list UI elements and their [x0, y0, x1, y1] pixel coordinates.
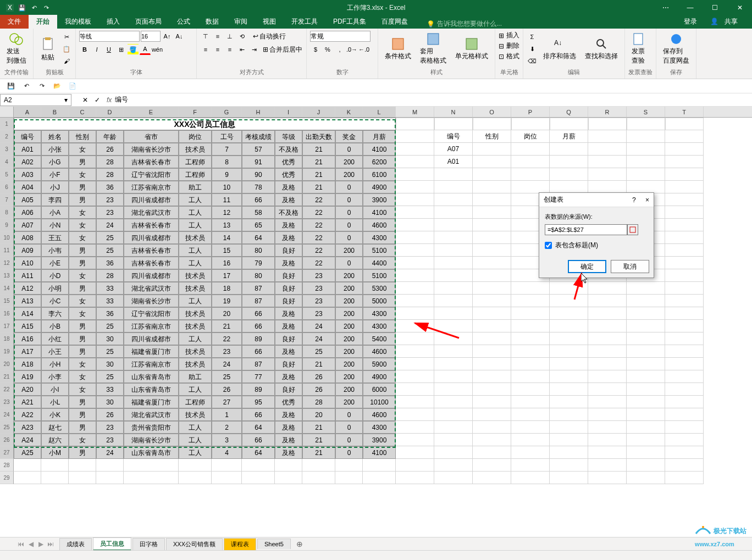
fill-color-icon[interactable]: 🪣 [128, 44, 139, 55]
font-color-icon[interactable]: A [140, 44, 151, 55]
tab-review[interactable]: 审阅 [226, 15, 255, 29]
share-button[interactable]: 👤 共享 [706, 15, 747, 29]
maximize-icon[interactable]: ☐ [703, 0, 727, 15]
sheet-tab-6[interactable]: Sheet5 [257, 539, 291, 549]
save-icon[interactable]: 💾 [18, 3, 26, 12]
cancel-button[interactable]: 取消 [611, 260, 649, 273]
sheet-tab-1[interactable]: 成绩表 [59, 538, 92, 550]
fill-icon[interactable]: ⬇ [527, 43, 538, 54]
ribbon-options-icon[interactable]: ⋯ [653, 0, 678, 15]
sheet-nav-prev-icon[interactable]: ◀ [26, 540, 35, 548]
grow-font-icon[interactable]: A↑ [162, 31, 173, 42]
range-selector-icon[interactable] [627, 224, 638, 235]
close-icon[interactable]: ✕ [727, 0, 752, 15]
format-table-button[interactable]: 套用 表格格式 [417, 31, 450, 66]
copy-icon[interactable]: 📋 [61, 43, 72, 54]
cell-styles-button[interactable]: 单元格样式 [452, 36, 491, 62]
font-name-input[interactable] [79, 31, 140, 42]
tab-dev[interactable]: 开发工具 [284, 15, 325, 29]
tab-file[interactable]: 文件 [0, 15, 29, 29]
ribbon: 发送到微信 文件传输 粘贴 ✂ 📋 🖌 剪贴板 A↑ A↓ [0, 29, 752, 79]
bold-icon[interactable]: B [79, 44, 90, 55]
number-format-input[interactable] [310, 31, 371, 42]
clear-icon[interactable]: ⌫ [527, 56, 538, 66]
sheet-nav-first-icon[interactable]: ⏮ [16, 540, 25, 548]
find-select-button[interactable]: 查找和选择 [582, 36, 621, 62]
send-wechat-button[interactable]: 发送到微信 [3, 31, 30, 66]
indent-dec-icon[interactable]: ⇤ [236, 44, 247, 55]
align-middle-icon[interactable]: ≡ [212, 31, 223, 42]
login-button[interactable]: 登录 [679, 15, 701, 29]
conditional-format-button[interactable]: 条件格式 [381, 36, 414, 62]
merge-center-button[interactable]: 合并后居中 [269, 45, 302, 54]
sheet-tab-2[interactable]: 员工信息 [93, 537, 131, 551]
tab-formulas[interactable]: 公式 [169, 15, 198, 29]
comma-icon[interactable]: , [334, 44, 345, 55]
format-painter-icon[interactable]: 🖌 [61, 56, 72, 66]
qat-save-icon[interactable]: 💾 [5, 81, 16, 92]
tab-baidu[interactable]: 百度网盘 [374, 15, 416, 29]
tab-layout[interactable]: 页面布局 [128, 15, 169, 29]
qat-redo-icon[interactable]: ↷ [36, 81, 47, 92]
quick-access-toolbar: 💾 ↶ ↷ 📂 📄 [0, 79, 752, 93]
cut-icon[interactable]: ✂ [61, 31, 72, 42]
tab-home[interactable]: 开始 [29, 15, 57, 29]
border-icon[interactable]: ⊞ [115, 44, 126, 55]
tab-templates[interactable]: 我的模板 [57, 15, 99, 29]
format-cell-button[interactable]: 格式 [506, 52, 519, 61]
sheet-tab-3[interactable]: 田字格 [132, 538, 165, 550]
percent-icon[interactable]: % [322, 44, 333, 55]
phonetic-icon[interactable]: wén [152, 44, 163, 55]
qat-undo-icon[interactable]: ↶ [21, 81, 32, 92]
headers-checkbox[interactable] [545, 242, 552, 249]
undo-icon[interactable]: ↶ [30, 3, 38, 12]
wrap-text-button[interactable]: 自动换行 [259, 32, 286, 41]
sort-filter-button[interactable]: A↓排序和筛选 [540, 36, 579, 62]
insert-cell-button[interactable]: 插入 [506, 31, 519, 40]
dialog-close-icon[interactable]: × [645, 196, 649, 204]
align-bottom-icon[interactable]: ⊥ [224, 31, 235, 42]
grid-body[interactable]: 1XXX公司员工信息2编号姓名性别年龄省市岗位工号考核成绩等级出勤天数奖金月薪编… [0, 118, 752, 484]
tab-data[interactable]: 数据 [198, 15, 226, 29]
save-baidu-button[interactable]: 保存到 百度网盘 [660, 31, 693, 66]
sheet-nav-last-icon[interactable]: ⏭ [46, 540, 55, 548]
formula-input[interactable]: 编号 [112, 95, 752, 104]
align-center-icon[interactable]: ≡ [212, 44, 223, 55]
align-left-icon[interactable]: ≡ [200, 44, 211, 55]
tab-insert[interactable]: 插入 [99, 15, 128, 29]
dialog-help-icon[interactable]: ? [632, 196, 636, 204]
autosum-icon[interactable]: Σ [527, 31, 538, 42]
paste-button[interactable]: 粘贴 [37, 35, 59, 63]
shrink-font-icon[interactable]: A↓ [174, 31, 185, 42]
enter-formula-icon[interactable]: ✓ [95, 96, 100, 104]
cancel-formula-icon[interactable]: ✕ [82, 96, 88, 104]
align-right-icon[interactable]: ≡ [224, 44, 235, 55]
currency-icon[interactable]: $ [310, 44, 321, 55]
decimal-inc-icon[interactable]: .0→ [346, 44, 357, 55]
sheet-tab-4[interactable]: XXX公司销售额 [166, 538, 223, 550]
delete-cell-button[interactable]: 删除 [506, 41, 519, 51]
italic-icon[interactable]: I [91, 44, 102, 55]
redo-icon[interactable]: ↷ [42, 3, 51, 12]
sheet-tab-5[interactable]: 课程表 [224, 538, 256, 550]
qat-new-icon[interactable]: 📄 [67, 81, 78, 92]
invoice-button[interactable]: 发票 查验 [628, 31, 648, 66]
column-headers[interactable]: ABCDEFGHIJKLMNOPQRST [0, 107, 752, 118]
fx-icon[interactable]: fx [107, 96, 112, 104]
tab-view[interactable]: 视图 [255, 15, 284, 29]
underline-icon[interactable]: U [103, 44, 114, 55]
add-sheet-icon[interactable]: ⊕ [292, 538, 307, 550]
range-input[interactable] [545, 224, 627, 235]
minimize-icon[interactable]: — [678, 0, 703, 15]
qat-open-icon[interactable]: 📂 [52, 81, 63, 92]
font-size-input[interactable] [141, 31, 161, 42]
name-box[interactable]: A2▾ [0, 94, 71, 106]
ok-button[interactable]: 确定 [568, 260, 606, 273]
sheet-nav-next-icon[interactable]: ▶ [36, 540, 45, 548]
tab-pdf[interactable]: PDF工具集 [325, 15, 374, 29]
indent-inc-icon[interactable]: ⇥ [248, 44, 259, 55]
tell-me[interactable]: 💡告诉我您想要做什么... [427, 19, 502, 29]
decimal-dec-icon[interactable]: ←.0 [358, 44, 369, 55]
orientation-icon[interactable]: ⟲ [236, 31, 247, 42]
align-top-icon[interactable]: ⊤ [200, 31, 211, 42]
